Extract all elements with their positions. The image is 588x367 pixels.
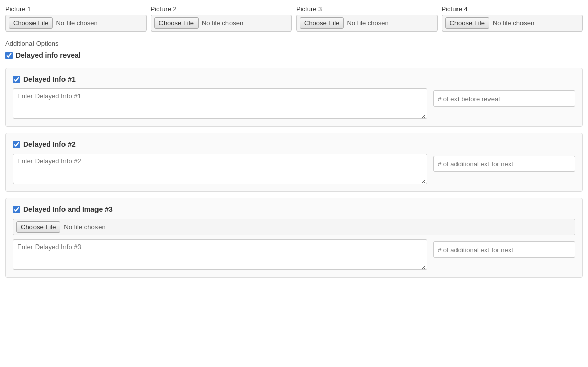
- delayed-info-reveal-label: Delayed info reveal: [16, 51, 81, 59]
- picture-1-label: Picture 1: [5, 5, 147, 13]
- delayed-section-3-file-wrapper: Choose File No file chosen: [13, 219, 575, 235]
- delayed-section-2-ext-input[interactable]: [433, 156, 575, 172]
- delayed-section-3-file-text: No file chosen: [63, 223, 105, 231]
- picture-4-choose-btn[interactable]: Choose File: [445, 17, 489, 29]
- delayed-section-3-header: Delayed Info and Image #3: [13, 205, 575, 213]
- delayed-section-3-body: [13, 239, 575, 270]
- picture-3-file-text: No file chosen: [347, 19, 388, 27]
- delayed-section-1-ext-input[interactable]: [433, 90, 575, 107]
- delayed-info-reveal-row: Delayed info reveal: [5, 51, 583, 59]
- pictures-row: Picture 1 Choose File No file chosen Pic…: [5, 5, 583, 32]
- picture-3-label: Picture 3: [296, 5, 438, 13]
- picture-1-choose-btn[interactable]: Choose File: [9, 17, 53, 29]
- delayed-section-1: Delayed Info #1: [5, 68, 583, 127]
- picture-2-label: Picture 2: [151, 5, 292, 13]
- picture-2-file-wrapper: Choose File No file chosen: [151, 15, 292, 32]
- picture-3-choose-btn[interactable]: Choose File: [300, 17, 344, 29]
- delayed-section-1-checkbox[interactable]: [13, 76, 20, 83]
- picture-1-file-text: No file chosen: [56, 19, 97, 27]
- delayed-info-reveal-checkbox[interactable]: [5, 52, 13, 59]
- delayed-section-2-header: Delayed Info #2: [13, 140, 575, 148]
- delayed-section-1-header: Delayed Info #1: [13, 75, 575, 83]
- picture-4-label: Picture 4: [442, 5, 583, 13]
- delayed-section-2-body: [13, 154, 575, 184]
- delayed-section-2: Delayed Info #2: [5, 133, 583, 192]
- picture-2-col: Picture 2 Choose File No file chosen: [151, 5, 292, 32]
- additional-options-label: Additional Options: [5, 40, 583, 47]
- picture-2-file-text: No file chosen: [202, 19, 243, 27]
- delayed-section-1-right: [433, 88, 575, 107]
- delayed-section-2-title: Delayed Info #2: [23, 140, 76, 148]
- delayed-section-3: Delayed Info and Image #3 Choose File No…: [5, 198, 583, 278]
- picture-2-choose-btn[interactable]: Choose File: [154, 17, 199, 29]
- delayed-section-1-title: Delayed Info #1: [23, 75, 76, 83]
- delayed-section-2-right: [433, 154, 575, 172]
- delayed-section-1-textarea[interactable]: [13, 88, 427, 119]
- delayed-section-3-ext-input[interactable]: [433, 241, 575, 258]
- delayed-section-3-checkbox[interactable]: [13, 206, 20, 213]
- delayed-section-3-choose-btn[interactable]: Choose File: [16, 221, 60, 233]
- picture-4-file-text: No file chosen: [493, 19, 534, 27]
- delayed-section-3-textarea[interactable]: [13, 239, 427, 270]
- picture-4-file-wrapper: Choose File No file chosen: [442, 15, 583, 32]
- delayed-section-3-right: [433, 239, 575, 258]
- picture-4-col: Picture 4 Choose File No file chosen: [442, 5, 583, 32]
- delayed-section-2-checkbox[interactable]: [13, 141, 20, 148]
- delayed-section-3-title: Delayed Info and Image #3: [23, 205, 113, 213]
- delayed-section-2-textarea[interactable]: [13, 154, 427, 184]
- picture-3-file-wrapper: Choose File No file chosen: [296, 15, 438, 32]
- picture-3-col: Picture 3 Choose File No file chosen: [296, 5, 438, 32]
- picture-1-col: Picture 1 Choose File No file chosen: [5, 5, 147, 32]
- delayed-section-1-body: [13, 88, 575, 119]
- picture-1-file-wrapper: Choose File No file chosen: [5, 15, 147, 32]
